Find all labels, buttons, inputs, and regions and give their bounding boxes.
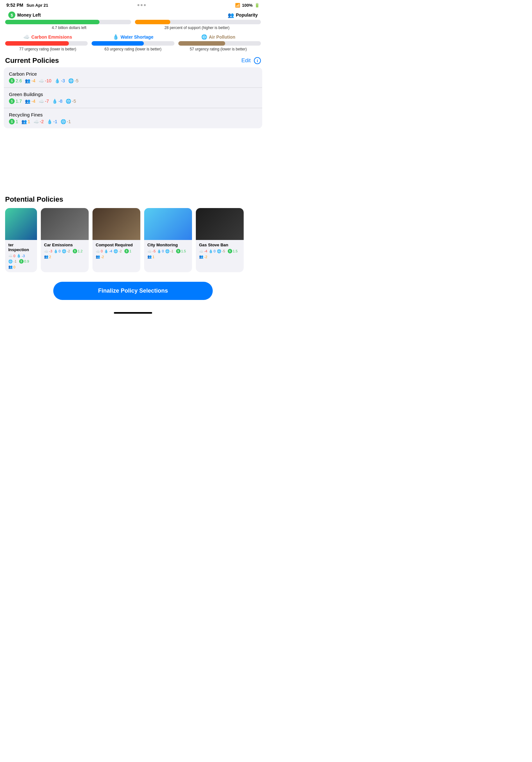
water-stat-icon: 💧 [54, 78, 60, 83]
policy-name: Carbon Price [9, 71, 257, 77]
card-stat-popularity: 👥 -2 [96, 255, 104, 259]
card-image [93, 208, 140, 240]
status-bar: 9:52 PM Sun Apr 21 📶 100% 🔋 [0, 0, 266, 9]
policy-stats: $ 1.7 👥 -4 ☁️ -7 💧 -8 🌐 -5 [9, 98, 257, 104]
card-stats: ☁️ 0 💧 -4 🌐 -2 $ 1 [96, 249, 137, 259]
battery-icon: 🔋 [254, 3, 260, 8]
air-icon-small: 🌐 [8, 260, 13, 264]
card-body: City Monitoring ☁️ -5 💧 0 🌐 -1 [144, 240, 192, 262]
money-bar [5, 20, 100, 24]
card-title: Car Emissions [44, 243, 86, 247]
card-image [41, 208, 89, 240]
card-stat-air: 🌐 -1 [165, 249, 173, 253]
money-stat-icon: $ [9, 98, 15, 104]
card-stat-carbon: ☁️ 0 [8, 254, 15, 258]
main-bars-row [5, 20, 261, 24]
policy-name: Recycling Fines [9, 112, 257, 117]
main-metrics-desc-row: 4.7 billion dollars left 28 percent of s… [5, 26, 261, 30]
table-row: Green Buildings $ 1.7 👥 -4 ☁️ -7 💧 -8 🌐 … [4, 88, 262, 108]
cloud-stat-icon: ☁️ [33, 119, 39, 124]
card-stat-water: 💧 0 [157, 249, 164, 253]
table-row: Carbon Price $ 2.6 👥 -4 ☁️ -10 💧 -3 🌐 -5 [4, 67, 262, 88]
water-bar-container [92, 41, 174, 45]
potential-policies-scroll[interactable]: ter Inspection ☁️ 0 💧 -3 🌐 -1 [5, 208, 261, 275]
card-stat-money: $ 1 [124, 249, 131, 253]
finalize-button[interactable]: Finalize Policy Selections [53, 282, 213, 300]
air-bar-wrap [178, 41, 261, 45]
card-title: Gas Stove Ban [199, 243, 240, 247]
cloud-stat-icon: ☁️ [38, 78, 44, 83]
stat-popularity: 👥 -4 [25, 99, 35, 104]
current-policies-header: Current Policies Edit i [0, 56, 266, 67]
list-item[interactable]: City Monitoring ☁️ -5 💧 0 🌐 -1 [144, 208, 192, 272]
air-icon-small: 🌐 [62, 249, 66, 253]
card-stat-air: 🌐 -5 [217, 249, 225, 253]
status-date: Sun Apr 21 [27, 3, 48, 8]
water-icon-small: 💧 [104, 249, 108, 253]
cloud-icon-small: ☁️ [147, 249, 152, 253]
water-desc: 63 urgency rating (lower is better) [90, 47, 175, 51]
list-item[interactable]: Gas Stove Ban ☁️ -4 💧 0 🌐 -5 [196, 208, 244, 272]
card-stat-popularity: 👥 -2 [199, 255, 207, 259]
money-icon-small: $ [19, 259, 24, 264]
finalize-button-wrap: Finalize Policy Selections [0, 275, 266, 310]
card-stat-water: 💧 -3 [17, 254, 25, 258]
card-body: Compost Required ☁️ 0 💧 -4 🌐 -2 [93, 240, 140, 262]
card-stat-air: 🌐 -1 [8, 259, 17, 264]
stat-air: 🌐 -5 [68, 78, 79, 83]
cloud-stat-icon: ☁️ [38, 99, 44, 104]
policy-stats: $ 2.6 👥 -4 ☁️ -10 💧 -3 🌐 -5 [9, 78, 257, 84]
people-icon-small: 👥 [147, 255, 152, 259]
info-button[interactable]: i [254, 57, 261, 64]
list-item[interactable]: Car Emissions ☁️ -3 💧 0 🌐 -2 [41, 208, 89, 272]
water-bar-wrap [92, 41, 174, 45]
card-title: City Monitoring [147, 243, 189, 247]
stat-water: 💧 -8 [52, 99, 62, 104]
air-stat-icon: 🌐 [66, 99, 71, 104]
money-stat-icon: $ [9, 119, 15, 124]
home-bar [114, 312, 152, 314]
policy-stats: $ 1 👥 1 ☁️ -2 💧 -1 🌐 -1 [9, 119, 257, 124]
people-icon-small: 👥 [8, 265, 13, 269]
air-stat-icon: 🌐 [61, 119, 66, 124]
card-title: Compost Required [96, 243, 137, 247]
popularity-label: 👥 Popularity [133, 12, 261, 19]
people-icon-small: 👥 [199, 255, 204, 259]
air-icon-small: 🌐 [165, 249, 170, 253]
stat-water: 💧 -3 [54, 78, 65, 83]
edit-button[interactable]: Edit [241, 57, 251, 64]
metrics-section: $ Money Left 👥 Popularity 4.7 billion do… [0, 9, 266, 51]
money-icon-small: $ [73, 249, 77, 253]
list-item[interactable]: ter Inspection ☁️ 0 💧 -3 🌐 -1 [5, 208, 37, 272]
card-stat-carbon: ☁️ -5 [147, 249, 156, 253]
water-icon-small: 💧 [17, 254, 21, 258]
policy-name: Green Buildings [9, 92, 257, 97]
card-stat-money: $ 0.9 [19, 259, 29, 264]
water-icon: 💧 [112, 34, 119, 40]
battery-percent: 100% [242, 3, 253, 8]
people-icon-small: 👥 [96, 255, 100, 259]
stat-popularity: 👥 -4 [25, 78, 35, 83]
cloud-icon-small: ☁️ [8, 254, 13, 258]
card-stat-water: 💧 -4 [104, 249, 112, 253]
water-icon-small: 💧 [157, 249, 162, 253]
people-icon: 👥 [228, 12, 234, 18]
status-time: 9:52 PM [6, 3, 23, 8]
stat-water: 💧 -1 [47, 119, 57, 124]
card-stat-money: $ 1.5 [228, 249, 237, 253]
money-icon: $ [8, 12, 15, 19]
card-image [5, 208, 37, 240]
policies-card: Carbon Price $ 2.6 👥 -4 ☁️ -10 💧 -3 🌐 -5 [4, 67, 262, 128]
card-body: ter Inspection ☁️ 0 💧 -3 🌐 -1 [5, 240, 37, 272]
water-label: 💧 Water Shortage [90, 34, 175, 40]
list-item[interactable]: Compost Required ☁️ 0 💧 -4 🌐 -2 [93, 208, 140, 272]
potential-policies-section: Potential Policies ter Inspection ☁️ 0 💧… [0, 195, 266, 275]
air-stat-icon: 🌐 [68, 78, 74, 83]
card-stat-popularity: 👥 1 [147, 255, 154, 259]
money-desc: 4.7 billion dollars left [5, 26, 133, 30]
people-stat-icon: 👥 [21, 119, 27, 124]
card-stat-popularity: 👥 2 [44, 255, 51, 259]
card-stat-air: 🌐 -2 [62, 249, 70, 253]
card-stat-carbon: ☁️ -3 [44, 249, 52, 253]
stat-popularity: 👥 1 [21, 119, 30, 124]
